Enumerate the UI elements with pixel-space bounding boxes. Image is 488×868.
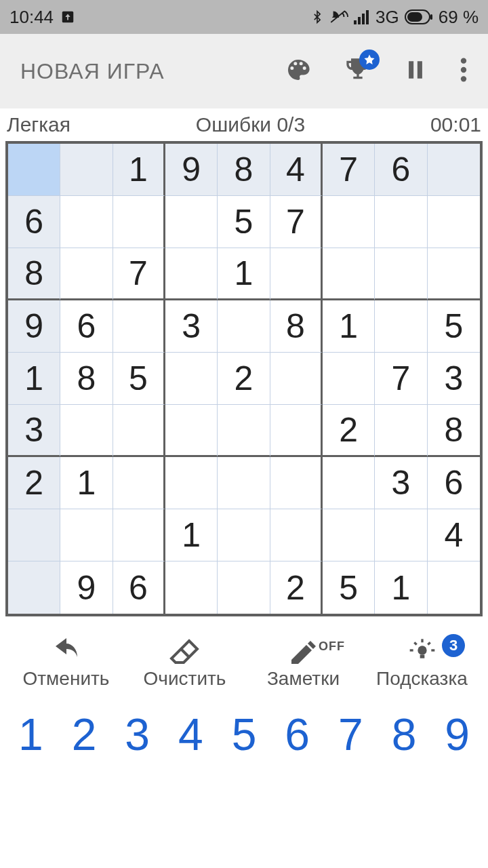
sudoku-cell[interactable] — [323, 457, 375, 509]
sudoku-cell[interactable]: 8 — [60, 353, 113, 405]
sudoku-cell[interactable]: 2 — [218, 353, 270, 405]
theme-button[interactable] — [285, 56, 312, 86]
sudoku-cell[interactable] — [113, 196, 165, 248]
sudoku-cell[interactable] — [165, 196, 218, 248]
sudoku-cell[interactable] — [60, 509, 113, 561]
sudoku-cell[interactable] — [270, 405, 323, 457]
numpad-9[interactable]: 9 — [430, 709, 484, 760]
undo-button[interactable]: Отменить — [7, 637, 125, 690]
sudoku-cell[interactable]: 6 — [60, 300, 113, 353]
sudoku-cell[interactable] — [113, 300, 165, 353]
numpad-5[interactable]: 5 — [218, 709, 271, 760]
sudoku-cell[interactable] — [323, 509, 375, 561]
numpad-6[interactable]: 6 — [270, 709, 324, 760]
sudoku-cell[interactable] — [323, 248, 375, 300]
sudoku-cell[interactable]: 3 — [8, 405, 60, 457]
sudoku-cell[interactable]: 7 — [375, 353, 427, 405]
sudoku-cell[interactable] — [218, 457, 270, 509]
sudoku-cell[interactable] — [60, 248, 113, 300]
sudoku-cell[interactable]: 3 — [375, 457, 427, 509]
numpad-2[interactable]: 2 — [58, 709, 111, 760]
sudoku-cell[interactable] — [375, 300, 427, 353]
sudoku-cell[interactable]: 4 — [270, 144, 323, 196]
sudoku-cell[interactable]: 1 — [60, 457, 113, 509]
sudoku-cell[interactable]: 1 — [375, 561, 427, 614]
erase-button[interactable]: Очистить — [125, 637, 244, 690]
sudoku-cell[interactable]: 6 — [375, 144, 427, 196]
sudoku-cell[interactable]: 6 — [113, 561, 165, 614]
sudoku-cell[interactable]: 9 — [60, 561, 113, 614]
sudoku-cell[interactable] — [270, 457, 323, 509]
sudoku-cell[interactable] — [428, 144, 480, 196]
sudoku-cell[interactable] — [218, 300, 270, 353]
numpad-3[interactable]: 3 — [110, 709, 164, 760]
sudoku-cell[interactable]: 1 — [218, 248, 270, 300]
sudoku-cell[interactable] — [165, 353, 218, 405]
sudoku-cell[interactable] — [428, 196, 480, 248]
sudoku-cell[interactable] — [165, 457, 218, 509]
sudoku-cell[interactable] — [165, 248, 218, 300]
sudoku-cell[interactable]: 8 — [428, 405, 480, 457]
sudoku-cell[interactable] — [165, 405, 218, 457]
sudoku-cell[interactable] — [218, 509, 270, 561]
sudoku-cell[interactable] — [375, 509, 427, 561]
numpad-1[interactable]: 1 — [4, 709, 58, 760]
sudoku-cell[interactable] — [8, 509, 60, 561]
numpad-4[interactable]: 4 — [164, 709, 218, 760]
sudoku-cell[interactable]: 8 — [270, 300, 323, 353]
sudoku-cell[interactable]: 5 — [428, 300, 480, 353]
sudoku-cell[interactable] — [375, 405, 427, 457]
sudoku-cell[interactable] — [218, 405, 270, 457]
sudoku-cell[interactable] — [270, 509, 323, 561]
sudoku-cell[interactable] — [113, 457, 165, 509]
sudoku-cell[interactable]: 1 — [165, 509, 218, 561]
sudoku-cell[interactable] — [218, 561, 270, 614]
sudoku-cell[interactable]: 1 — [323, 300, 375, 353]
sudoku-cell[interactable] — [60, 196, 113, 248]
sudoku-cell[interactable]: 4 — [428, 509, 480, 561]
sudoku-cell[interactable]: 1 — [8, 353, 60, 405]
sudoku-cell[interactable]: 1 — [113, 144, 165, 196]
trophy-button[interactable] — [344, 56, 371, 86]
sudoku-cell[interactable] — [8, 144, 60, 196]
sudoku-cell[interactable] — [113, 509, 165, 561]
sudoku-cell[interactable] — [60, 144, 113, 196]
sudoku-cell[interactable] — [323, 353, 375, 405]
sudoku-cell[interactable] — [428, 561, 480, 614]
sudoku-cell[interactable]: 7 — [270, 196, 323, 248]
sudoku-cell[interactable]: 8 — [218, 144, 270, 196]
sudoku-cell[interactable]: 7 — [323, 144, 375, 196]
sudoku-cell[interactable] — [375, 248, 427, 300]
more-button[interactable] — [460, 56, 468, 86]
sudoku-cell[interactable]: 6 — [8, 196, 60, 248]
sudoku-cell[interactable]: 5 — [113, 353, 165, 405]
sudoku-cell[interactable] — [270, 353, 323, 405]
sudoku-cell[interactable]: 6 — [428, 457, 480, 509]
sudoku-cell[interactable]: 9 — [165, 144, 218, 196]
sudoku-cell[interactable]: 5 — [218, 196, 270, 248]
sudoku-cell[interactable] — [375, 196, 427, 248]
sudoku-cell[interactable] — [8, 561, 60, 614]
sudoku-cell[interactable] — [270, 248, 323, 300]
sudoku-cell[interactable]: 2 — [8, 457, 60, 509]
sudoku-cell[interactable]: 5 — [323, 561, 375, 614]
timer-label: 00:01 — [430, 113, 481, 136]
sudoku-cell[interactable]: 8 — [8, 248, 60, 300]
sudoku-cell[interactable] — [60, 405, 113, 457]
sudoku-cell[interactable]: 2 — [323, 405, 375, 457]
notes-button[interactable]: OFF Заметки — [244, 637, 363, 690]
sudoku-cell[interactable]: 2 — [270, 561, 323, 614]
sudoku-cell[interactable]: 3 — [165, 300, 218, 353]
sudoku-cell[interactable]: 7 — [113, 248, 165, 300]
sudoku-cell[interactable]: 9 — [8, 300, 60, 353]
numpad-7[interactable]: 7 — [324, 709, 378, 760]
sudoku-cell[interactable] — [428, 248, 480, 300]
sudoku-cell[interactable] — [165, 561, 218, 614]
sudoku-cell[interactable]: 3 — [428, 353, 480, 405]
sudoku-cell[interactable] — [113, 405, 165, 457]
pause-button[interactable] — [404, 56, 427, 86]
sudoku-cell[interactable] — [323, 196, 375, 248]
app-title[interactable]: НОВАЯ ИГРА — [20, 59, 285, 84]
hint-button[interactable]: 3 Подсказка — [363, 637, 481, 690]
numpad-8[interactable]: 8 — [378, 709, 431, 760]
